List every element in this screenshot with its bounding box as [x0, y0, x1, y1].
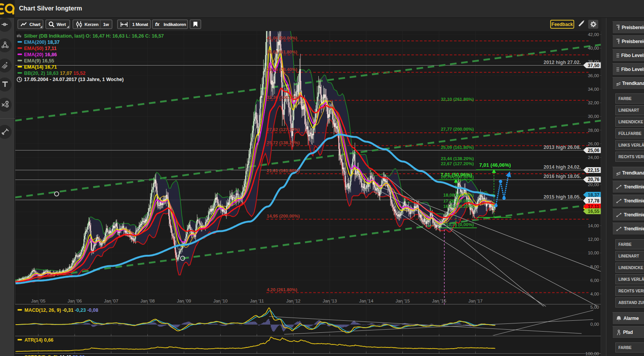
- svg-text:EMA(9) 16,55: EMA(9) 16,55: [24, 58, 54, 64]
- svg-text:27,62 (127.20%): 27,62 (127.20%): [267, 127, 300, 132]
- svg-text:10,00: 10,00: [588, 251, 599, 255]
- svg-text:2014 high 24.02.: 2014 high 24.02.: [544, 164, 581, 170]
- svg-text:24,00: 24,00: [588, 155, 599, 160]
- svg-text:Silber (DB Indikation, last): Silber (DB Indikation, last) O: 16,47 H:…: [24, 33, 164, 39]
- svg-text:6,00: 6,00: [590, 278, 599, 283]
- svg-text:4,20 (261.80%): 4,20 (261.80%): [267, 287, 297, 292]
- svg-text:25,72 (138.20%): 25,72 (138.20%): [267, 140, 300, 145]
- svg-text:22,15: 22,15: [588, 168, 599, 173]
- svg-text:32,10 (261.80%): 32,10 (261.80%): [441, 97, 474, 102]
- svg-text:22,67 (127.20%): 22,67 (127.20%): [441, 161, 474, 166]
- svg-text:17,78: 17,78: [588, 198, 599, 204]
- svg-text:14,95 (200.00%): 14,95 (200.00%): [267, 214, 300, 218]
- svg-text:MACD(12, 26, 9) -0,31 -0,23: MACD(12, 26, 9) -0,31 -0,23 -0,08: [24, 308, 98, 313]
- svg-text:27,77 (200.00%): 27,77 (200.00%): [441, 127, 474, 131]
- svg-text:42,00: 42,00: [588, 32, 599, 37]
- svg-text:2013 high 26.08.: 2013 high 26.08.: [544, 145, 581, 150]
- svg-text:5,00: 5,00: [590, 305, 599, 309]
- svg-text:EMA(20) 16,86: EMA(20) 16,86: [24, 52, 57, 57]
- svg-text:17.05.2004 - 24.07.2017 (13: 17.05.2004 - 24.07.2017 (13 Jahre, 1 Woc…: [24, 77, 124, 82]
- svg-text:2016 high 18.05.: 2016 high 18.05.: [544, 174, 581, 179]
- svg-text:EMA(200) 18,37: EMA(200) 18,37: [24, 40, 60, 45]
- svg-text:32,00: 32,00: [588, 100, 599, 105]
- svg-text:17,26 (50.00%): 17,26 (50.00%): [443, 199, 474, 203]
- svg-text:28,00: 28,00: [588, 128, 599, 133]
- svg-text:12,00: 12,00: [588, 237, 599, 242]
- svg-text:21,61 (161.80%): 21,61 (161.80%): [267, 168, 300, 173]
- svg-text:39,01 (61.80%): 39,01 (61.80%): [267, 50, 297, 54]
- svg-text:16,43 (38.20%): 16,43 (38.20%): [443, 204, 474, 209]
- svg-text:2012 high 27.02.: 2012 high 27.02.: [544, 60, 581, 65]
- svg-text:30,00: 30,00: [588, 114, 599, 119]
- svg-text:40,00: 40,00: [588, 46, 599, 50]
- svg-text:36,46 (78.40%): 36,46 (78.40%): [267, 67, 297, 72]
- svg-text:14,00: 14,00: [588, 223, 599, 228]
- svg-text:18,37: 18,37: [588, 192, 599, 198]
- svg-text:20,00: 20,00: [588, 182, 599, 187]
- svg-text:25,09 (161.80%): 25,09 (161.80%): [441, 145, 474, 150]
- svg-text:25,06: 25,06: [588, 148, 599, 153]
- svg-text:8,00: 8,00: [590, 264, 599, 269]
- svg-text:SSTOC(5, 5, 3) 44,43 38,66: SSTOC(5, 5, 3) 44,43 38,66: [24, 354, 85, 356]
- svg-text:41,06 (50.00%): 41,06 (50.00%): [267, 36, 297, 40]
- svg-text:18,08 (61.80%): 18,08 (61.80%): [443, 193, 474, 197]
- svg-text:7,01 (46,06%): 7,01 (46,06%): [479, 162, 511, 168]
- svg-text:13,75 (0,00%): 13,75 (0,00%): [446, 222, 474, 227]
- svg-text:37,50: 37,50: [588, 63, 599, 68]
- svg-text:20,76: 20,76: [588, 177, 599, 182]
- svg-text:EMA(14) 16,71: EMA(14) 16,71: [24, 64, 57, 70]
- svg-text:20,76 (100.00%): 20,76 (100.00%): [441, 175, 474, 179]
- svg-text:fx: fx: [155, 21, 160, 27]
- svg-text:ATR(14) 0,66: ATR(14) 0,66: [24, 337, 54, 343]
- svg-text:EMA(50) 17,11: EMA(50) 17,11: [24, 46, 57, 51]
- svg-text:26,00: 26,00: [588, 142, 599, 146]
- svg-text:BB(20, 2) 18,63 17,07 15,52: BB(20, 2) 18,63 17,07 15,52: [24, 71, 86, 76]
- svg-text:34,00: 34,00: [588, 87, 599, 92]
- svg-text:16,55: 16,55: [588, 209, 599, 214]
- svg-text:36,00: 36,00: [588, 73, 599, 78]
- svg-text:2015 high 18.05.: 2015 high 18.05.: [544, 194, 581, 200]
- svg-text:100,00: 100,00: [585, 351, 599, 356]
- svg-text:32,36 (100.00%): 32,36 (100.00%): [267, 95, 300, 100]
- svg-text:0,00: 0,00: [590, 322, 599, 327]
- svg-text:4,00: 4,00: [590, 292, 599, 296]
- svg-text:23,44 (138.20%): 23,44 (138.20%): [441, 156, 474, 161]
